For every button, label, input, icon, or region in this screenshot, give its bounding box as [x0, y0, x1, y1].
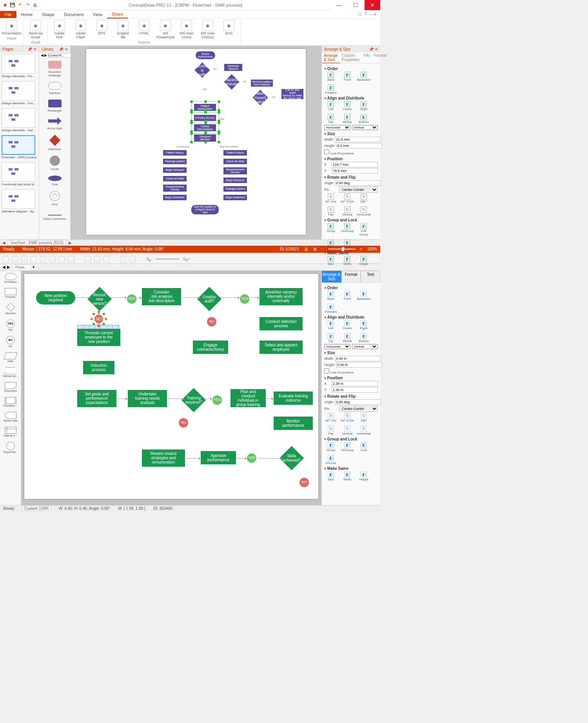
order-forward[interactable]: ◧Forward: [324, 304, 338, 313]
align-h[interactable]: Horizontal: [324, 344, 350, 349]
grp-group[interactable]: ◧Group: [324, 223, 338, 236]
align-bottom[interactable]: ◧Bottom: [357, 333, 370, 343]
node-scene-assess[interactable]: SceneAssessment: [196, 51, 215, 59]
qat-save-icon[interactable]: 💾: [10, 2, 15, 8]
node-r3[interactable]: ReassessmentSurvey: [223, 167, 247, 174]
restore-down-icon[interactable]: ☐: [358, 12, 361, 16]
rot-90CCW[interactable]: ↻90° CCW: [341, 413, 354, 422]
tab-shape[interactable]: Shape: [37, 11, 59, 18]
lib-arrow-right[interactable]: Arrow right: [39, 115, 70, 132]
stencil-yes[interactable]: YESYes: [0, 317, 21, 333]
rot-180[interactable]: ↻180 °: [357, 194, 370, 203]
html-button[interactable]: ◉HTML: [135, 20, 154, 40]
lib-circle[interactable]: Circle: [39, 153, 70, 173]
lib-oval[interactable]: Oval: [39, 173, 70, 188]
page-thumb[interactable]: Design elements - Functi...: [0, 80, 39, 107]
node-r4[interactable]: Begin transport: [223, 178, 247, 183]
node-r1[interactable]: Patient history: [223, 150, 247, 156]
arrange-pin-icon[interactable]: 📌 ✕: [369, 47, 378, 51]
same-size[interactable]: ◧Size: [324, 256, 338, 266]
stencil-internal[interactable]: Internal s...: [0, 424, 21, 439]
node-l1[interactable]: Patient history: [163, 150, 187, 156]
node-l3[interactable]: Begin transport: [163, 167, 187, 173]
zoom-out-icon-2[interactable]: 🔍−: [146, 257, 153, 261]
hr-node-yes4[interactable]: YES: [247, 453, 256, 463]
order-front[interactable]: ◧Front: [341, 291, 354, 301]
node-l2[interactable]: Package patient: [163, 159, 187, 164]
hr-node-no2[interactable]: NO: [207, 317, 216, 326]
page-thumb[interactable]: Functional flow block diag...: [0, 161, 39, 188]
rot-90CW[interactable]: ↻90° CW: [324, 413, 338, 422]
rot-180[interactable]: ↻180°: [357, 413, 370, 422]
stencil-manual-op[interactable]: Manual op...: [0, 365, 21, 380]
tool-snap-icon[interactable]: [120, 256, 126, 262]
tab-prev-icon[interactable]: ◀: [2, 265, 5, 269]
tool-dist-icon[interactable]: [103, 256, 110, 262]
tool-pen-icon[interactable]: [49, 256, 56, 262]
align-right[interactable]: ◧Right: [357, 320, 370, 330]
lib-nav-back-icon[interactable]: ◀: [41, 53, 44, 58]
help-icon[interactable]: ?: [365, 12, 367, 16]
order-front[interactable]: ◧Front: [341, 72, 354, 82]
order-forward[interactable]: ◧Forward: [324, 85, 338, 94]
y-input[interactable]: [332, 168, 378, 174]
tab-document[interactable]: Document: [59, 11, 88, 18]
tool-text-icon[interactable]: [21, 256, 27, 262]
same-size[interactable]: ◧Size: [324, 471, 338, 481]
qat-undo-icon[interactable]: ↶: [17, 2, 23, 8]
zoom-out-icon[interactable]: −: [321, 247, 323, 251]
lock-prop[interactable]: [324, 368, 329, 373]
tab-view[interactable]: View: [88, 11, 107, 18]
stencil-process[interactable]: Process: [0, 286, 21, 301]
height-input[interactable]: [336, 143, 382, 149]
angle-input[interactable]: [335, 180, 381, 186]
adobe-pdf-button[interactable]: ◉AdobePDF: [50, 20, 69, 40]
hr-node-advert[interactable]: Advertise vacancyinternally and/orextern…: [260, 288, 303, 305]
page-thumb[interactable]: Swimlane diagram - Appr...: [0, 188, 39, 215]
align-bottom[interactable]: ◧Bottom: [357, 114, 370, 124]
tool-align-icon[interactable]: [94, 256, 100, 262]
node-l4[interactable]: Check all vitals: [163, 176, 187, 181]
rot-Vertical[interactable]: ↻Vertical: [341, 207, 354, 216]
zoom-in-icon[interactable]: +: [360, 247, 363, 251]
tab-home[interactable]: Home: [16, 11, 37, 18]
hr-node-yes1[interactable]: YES: [127, 294, 136, 304]
order-backward[interactable]: ◧Backward: [357, 72, 370, 82]
selection-handle[interactable]: [191, 133, 219, 142]
grp-ungroup[interactable]: ◧UnGroup: [341, 442, 354, 452]
align-v[interactable]: Vertical: [352, 344, 378, 349]
page-thumb[interactable]: Design elements - Swiml...: [0, 107, 39, 134]
lib-diamond[interactable]: Diamond: [39, 132, 70, 153]
subtab-arrange[interactable]: Arrange & Size: [322, 53, 340, 63]
tab-next-icon[interactable]: ▶: [7, 265, 10, 269]
node-elim-haz[interactable]: Eliminatehazards: [224, 64, 242, 71]
same-height[interactable]: ◧Height: [357, 256, 370, 266]
panel-pin-icon[interactable]: 📌 ✕: [27, 47, 36, 51]
grp-unlock[interactable]: ◧UnLock: [324, 455, 338, 465]
node-haz-elim[interactable]: Hazards eliminated: [224, 74, 240, 90]
node-scene-safe[interactable]: Scene is safe: [194, 62, 210, 78]
align-left[interactable]: ◧Left: [324, 320, 338, 330]
minimize-button[interactable]: —: [331, 0, 347, 10]
rot-90CW[interactable]: ↻90° CW: [324, 194, 338, 203]
hr-node-no-rec[interactable]: NO: [87, 313, 111, 325]
page-thumb[interactable]: Flowchart - EMR process: [0, 134, 39, 161]
node-r6[interactable]: Begin treatment: [223, 195, 247, 200]
rot-90CCW[interactable]: ↻90° CCW: [341, 194, 354, 203]
node-l5[interactable]: ReassessmentSurvey: [163, 185, 187, 192]
hr-node-review[interactable]: Review rewardstrategies andremuneration: [142, 449, 185, 467]
rot-Vertical[interactable]: ↻Vertical: [341, 426, 354, 435]
align-middle[interactable]: ◧Middle: [341, 114, 354, 124]
lib-nav-fwd-icon[interactable]: ▶: [44, 53, 47, 58]
tool-hand-icon[interactable]: [12, 256, 18, 262]
sheet-nav-prev-icon[interactable]: ◀: [2, 241, 5, 245]
hr-node-conduct[interactable]: Conduct selectionprocess: [260, 317, 303, 330]
pin-select[interactable]: Center-Center: [339, 406, 378, 412]
status-snap-icon[interactable]: ⊞: [313, 247, 316, 251]
selection-handle[interactable]: [191, 123, 219, 131]
send-email-button[interactable]: ◉Send viaEmail: [26, 20, 45, 40]
hr-node-eval[interactable]: Evaluate trainingoutcome: [274, 391, 313, 405]
stencil-terminator[interactable]: Terminator: [0, 271, 21, 286]
align-center[interactable]: ◧Center: [341, 101, 354, 111]
lib-rounded-rect[interactable]: Roundedrectangle: [39, 58, 70, 80]
